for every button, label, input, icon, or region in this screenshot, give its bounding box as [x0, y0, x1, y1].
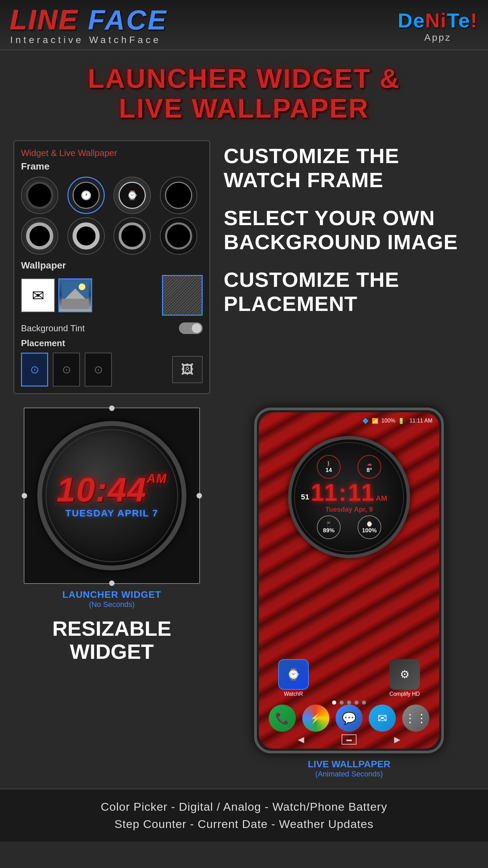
phone-complications-bottom: 📱 89% ⌚ 100% — [317, 515, 381, 539]
watch-circle: 10:44AM TUESDAY APRIL 7 — [37, 421, 186, 570]
line-text: LINE — [10, 4, 79, 35]
frame-inner-1 — [26, 182, 53, 209]
frame-inner-3: ⌚ — [119, 182, 146, 209]
app-logo: LINE FACE Interactive WatchFace — [10, 6, 167, 45]
phone-seconds: 51 — [301, 493, 309, 501]
main-title-text: LAUNCHER WIDGET & LIVE WALLPAPER — [7, 64, 481, 123]
battery-text: 100% — [381, 418, 395, 424]
brand-de: De — [398, 9, 425, 32]
nav-recent[interactable]: ▶ — [394, 735, 400, 744]
brand-sub: Appz — [398, 32, 478, 43]
watch-battery-val: 100% — [362, 527, 377, 534]
wallpaper-pattern[interactable] — [162, 275, 203, 316]
dock-grid[interactable]: ⋮⋮ — [402, 705, 429, 732]
scene-svg — [62, 282, 89, 309]
phone-time-hours: 11 — [311, 481, 337, 505]
phone-status-bar: 🔷 📶 100% 🔋 11:11 AM — [259, 412, 439, 429]
widget-handle-right[interactable] — [197, 493, 202, 498]
wallpaper-white[interactable]: ✉ — [21, 278, 55, 312]
weather-value: 8° — [367, 467, 372, 474]
phone-time-sep: : — [339, 481, 346, 505]
steps-complication: 🚶 14 — [317, 455, 341, 479]
feature-2-text: SELECT YOUR OWN BACKGROUND IMAGE — [224, 206, 474, 254]
envelope-icon: ✉ — [32, 287, 44, 304]
app-complify[interactable]: ⚙ Complify HD — [389, 659, 420, 697]
frame-inner-8 — [165, 222, 192, 250]
phone-screen: 🔷 📶 100% 🔋 11:11 AM 51 🚶 14 — [259, 412, 439, 749]
svg-point-3 — [79, 283, 85, 290]
frame-option-8[interactable] — [160, 217, 197, 255]
placement-icon-1: ⊙ — [30, 363, 39, 376]
watchr-label: WatchR — [284, 691, 303, 697]
watchr-icon[interactable]: ⌚ — [278, 659, 309, 690]
wallpaper-scene[interactable] — [58, 278, 92, 312]
frame-label: Frame — [21, 161, 203, 172]
dock-mail[interactable]: ✉ — [369, 705, 396, 732]
widget-customization-panel: Widget & Live Wallpaper Frame 🕐 ⌚ — [14, 140, 210, 394]
app-subtitle: Interactive WatchFace — [10, 35, 167, 45]
phone-watch-time: 11 : 11 AM — [311, 481, 387, 506]
clock-icon-3: ⌚ — [127, 190, 138, 201]
dock-chrome[interactable]: ⚡ — [302, 705, 329, 732]
brand-ni: Ni — [425, 9, 447, 32]
widget-handle-top[interactable] — [109, 406, 115, 411]
frame-option-1[interactable] — [21, 177, 58, 214]
watch-battery-icon: ⌚ — [366, 521, 373, 527]
placement-option-1[interactable]: ⊙ — [21, 353, 48, 387]
app-watchr[interactable]: ⌚ WatchR — [278, 659, 309, 697]
frame-inner-6 — [73, 222, 100, 250]
status-icons: 🔷 📶 100% 🔋 11:11 AM — [362, 418, 432, 424]
page-dots — [259, 701, 439, 705]
placement-options: ⊙ ⊙ ⊙ 🖼 — [21, 353, 203, 387]
dot-3 — [347, 701, 351, 705]
widget-handle-left[interactable] — [22, 493, 27, 498]
placement-option-2[interactable]: ⊙ — [53, 353, 80, 387]
phone-watch-face: 51 🚶 14 ☁ 8° 11 : 11 — [288, 436, 410, 558]
placement-label: Placement — [21, 338, 203, 349]
wallpaper-options: ✉ — [21, 275, 203, 316]
dock-app1[interactable]: 💬 — [336, 705, 363, 732]
app-title: LINE FACE — [10, 6, 167, 34]
footer: Color Picker - Digital / Analog - Watch/… — [0, 789, 488, 842]
dock-phone[interactable]: 📞 — [269, 705, 296, 732]
weather-complication: ☁ 8° — [358, 455, 381, 479]
nav-home[interactable]: ▬ — [342, 734, 357, 745]
resizable-widget-text: RESIZABLEWIDGET — [52, 617, 171, 663]
placement-add-image[interactable]: 🖼 — [172, 356, 203, 383]
frame-option-3[interactable]: ⌚ — [114, 177, 151, 214]
widget-handle-bottom[interactable] — [109, 580, 115, 586]
add-image-icon: 🖼 — [181, 362, 194, 377]
frame-inner-2: 🕐 — [73, 182, 100, 209]
wifi-icon: 📶 — [372, 418, 379, 424]
widget-label: LAUNCHER WIDGET (No Seconds) — [62, 589, 161, 609]
app-header: LINE FACE Interactive WatchFace DeNiTe! … — [0, 0, 488, 50]
frame-option-7[interactable] — [114, 217, 151, 255]
phone-battery-complication: 📱 89% — [317, 515, 341, 539]
phone-volume-button — [442, 471, 444, 505]
tint-toggle[interactable] — [179, 322, 203, 334]
nav-back[interactable]: ◀ — [298, 735, 304, 744]
frame-option-5[interactable] — [21, 217, 58, 255]
widget-container: 10:44AM TUESDAY APRIL 7 — [24, 408, 200, 584]
widget-sub-label: (No Seconds) — [62, 600, 161, 609]
phone-label: LIVE WALLPAPER (Animated Seconds) — [308, 759, 390, 778]
feature-1-text: CUSTOMIZE THE WATCH FRAME — [224, 144, 474, 192]
complify-icon[interactable]: ⚙ — [389, 659, 420, 690]
brand-te: Te — [447, 9, 470, 32]
dot-2 — [340, 701, 344, 705]
placement-option-3[interactable]: ⊙ — [85, 353, 112, 387]
widget-section-label: Widget & Live Wallpaper — [21, 148, 203, 158]
phone-complications-top: 🚶 14 ☁ 8° — [317, 455, 381, 479]
phone-battery-icon: 📱 — [325, 521, 332, 527]
features-panel: CUSTOMIZE THE WATCH FRAME SELECT YOUR OW… — [224, 140, 474, 394]
phone-nav: ◀ ▬ ▶ — [259, 734, 439, 745]
frame-option-6[interactable] — [67, 217, 105, 255]
weather-icon: ☁ — [367, 460, 372, 467]
frame-option-2[interactable]: 🕐 — [67, 177, 105, 214]
frame-option-4[interactable] — [160, 177, 197, 214]
watch-time-value: 10:44 — [57, 471, 147, 509]
phone-time-minutes: 11 — [348, 481, 374, 505]
phone-battery-val: 89% — [323, 527, 334, 534]
content-section: Widget & Live Wallpaper Frame 🕐 ⌚ — [0, 134, 488, 408]
phone-frame: 🔷 📶 100% 🔋 11:11 AM 51 🚶 14 — [254, 408, 444, 753]
